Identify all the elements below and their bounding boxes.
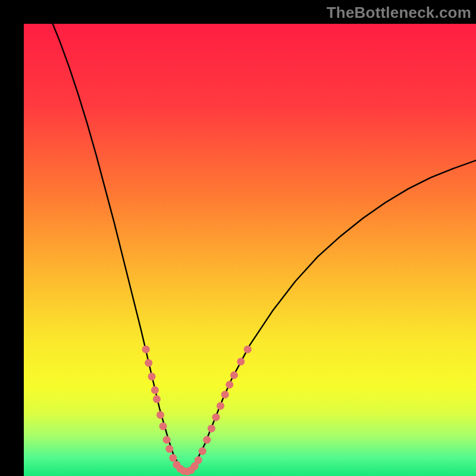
highlight-dot bbox=[221, 391, 229, 399]
plot-area bbox=[24, 24, 476, 476]
highlight-dot bbox=[151, 386, 159, 394]
highlight-dot bbox=[148, 372, 156, 380]
highlight-dot bbox=[142, 346, 150, 353]
highlight-dot bbox=[230, 371, 238, 379]
highlight-dot bbox=[165, 445, 173, 453]
highlight-dot bbox=[169, 454, 177, 462]
highlight-dot bbox=[208, 425, 215, 433]
highlight-dots bbox=[142, 346, 252, 475]
highlight-dot bbox=[237, 358, 245, 365]
highlight-dot bbox=[217, 402, 224, 410]
highlight-dot bbox=[199, 447, 206, 455]
highlight-dot bbox=[244, 346, 252, 353]
chart-frame: TheBottleneck.com bbox=[0, 0, 476, 476]
highlight-dot bbox=[195, 456, 202, 464]
highlight-dot bbox=[163, 436, 171, 444]
highlight-dot bbox=[156, 411, 164, 419]
highlight-dot bbox=[153, 395, 161, 403]
highlight-dot bbox=[145, 359, 152, 367]
highlight-dot bbox=[226, 381, 233, 389]
highlight-dot bbox=[159, 422, 167, 430]
chart-svg bbox=[24, 24, 476, 476]
highlight-dot bbox=[203, 436, 211, 444]
highlight-dot bbox=[212, 414, 220, 421]
bottleneck-curve bbox=[51, 24, 476, 471]
watermark-text: TheBottleneck.com bbox=[327, 4, 471, 22]
